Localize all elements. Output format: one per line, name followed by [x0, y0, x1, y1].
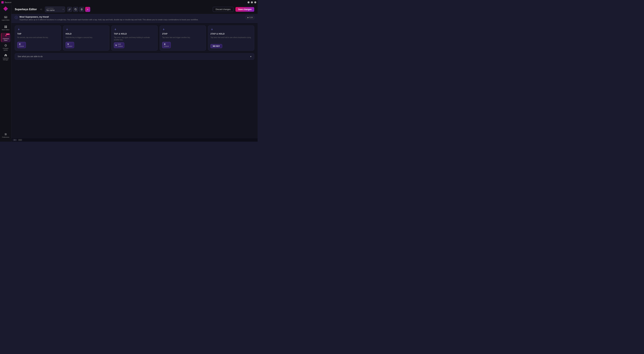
- sidebar-item-layout-editor[interactable]: Layout Editor: [1, 13, 10, 23]
- cards-area: TAP No secrets, tap once and activate th…: [12, 23, 258, 138]
- hold-card-title: HOLD: [66, 33, 107, 35]
- save-changes-button[interactable]: Save changes: [236, 7, 254, 12]
- bottom-indicator-right: [18, 139, 22, 141]
- edit-button[interactable]: [67, 7, 72, 12]
- chip-icon: [4, 44, 8, 47]
- bottom-bar: [12, 138, 258, 142]
- svg-rect-7: [6, 26, 7, 27]
- svg-rect-5: [5, 17, 6, 17]
- 2tap-card: 2TAP Tap twice fast and trigger another …: [160, 25, 206, 51]
- title-bar-controls: – □ ×: [248, 1, 256, 3]
- title-bar: Bazecor – □ ×: [0, 0, 258, 5]
- tap-hold-key-label: V: [116, 44, 117, 47]
- svg-rect-4: [6, 17, 6, 17]
- hold-key-modifier: Control: [68, 45, 72, 47]
- svg-rect-9: [6, 27, 7, 28]
- svg-rect-8: [4, 27, 6, 28]
- expand-section[interactable]: See what you are able to do ▾: [15, 53, 254, 60]
- tap-key-modifier: Control: [19, 45, 24, 47]
- sidebar-item-label-macro: Macro Editor: [2, 29, 10, 31]
- 2tap-key-label: X: [164, 43, 166, 45]
- info-banner-title: Wow! Superpowers, my friend!: [20, 16, 198, 18]
- superkey-select-value: No name: [46, 9, 55, 11]
- 2tap-hold-top-icon: [210, 28, 252, 31]
- sidebar-item-label-preferences: Preferences: [2, 136, 9, 138]
- title-bar-title: Bazecor: [5, 1, 12, 3]
- close-button[interactable]: ×: [254, 1, 256, 3]
- hold-key-chip[interactable]: V Control: [66, 42, 107, 48]
- svg-point-24: [5, 135, 6, 135]
- sidebar-item-superkeys-editor[interactable]: BETA Superkeys Editor: [1, 33, 10, 42]
- sidebar-item-label-layout: Layout Editor: [2, 19, 10, 21]
- superkey-select-placeholder: Superkeys: [46, 7, 55, 9]
- sidebar-bottom: Preferences: [1, 131, 10, 140]
- info-icon: i: [15, 16, 18, 19]
- tap-hold-modifier2: Control: [118, 45, 123, 47]
- grid-icon: [4, 25, 8, 28]
- svg-rect-25: [75, 9, 76, 10]
- sidebar-item-preferences[interactable]: Preferences: [1, 131, 10, 140]
- tap-hold-key-chip[interactable]: V Shift Control: [114, 42, 155, 48]
- chevron-down-icon: ▾: [63, 8, 64, 10]
- tap-card-desc: No secrets, tap once and activate the ke…: [17, 36, 58, 40]
- tap-key-chip[interactable]: C Control: [17, 42, 58, 48]
- svg-rect-0: [4, 16, 7, 18]
- svg-rect-2: [5, 17, 6, 17]
- maximize-button[interactable]: □: [251, 1, 253, 3]
- plus-icon: +: [87, 8, 88, 11]
- play-button-label: 5:34: [250, 16, 253, 18]
- tap-and-hold-card: TAP & HOLD Tap once, tap again and keep …: [111, 25, 158, 51]
- bottom-bar-graphic: [18, 139, 22, 141]
- sidebar-item-macro-editor[interactable]: Macro Editor: [1, 23, 10, 32]
- sidebar: Layout Editor Macro Editor BETA: [0, 5, 12, 142]
- svg-rect-3: [6, 17, 6, 17]
- app-body: Layout Editor Macro Editor BETA: [0, 5, 258, 142]
- tap-hold-modifier1: Shift: [118, 43, 123, 45]
- keyboard-icon: [4, 15, 8, 19]
- tap-top-icon: [17, 28, 58, 31]
- svg-rect-1: [5, 17, 5, 17]
- app-icon: [1, 1, 4, 3]
- beta-badge: BETA: [6, 33, 10, 35]
- minimize-button[interactable]: –: [248, 1, 250, 3]
- sidebar-item-firmware-update[interactable]: Firmware Update: [1, 42, 10, 52]
- chevron-down-expand-icon: ▾: [250, 55, 252, 58]
- header: Superkeys Editor #1 Superkeys No name ▾: [12, 5, 258, 14]
- superkey-select[interactable]: Superkeys No name ▾: [45, 6, 65, 12]
- main-content: Superkeys Editor #1 Superkeys No name ▾: [12, 5, 258, 142]
- info-banner-right: 5:34: [246, 16, 254, 19]
- discard-changes-button[interactable]: Discard changes: [213, 7, 234, 12]
- bottom-dot-left: [14, 139, 15, 140]
- sidebar-item-keyboard-manager[interactable]: Keyboard Manager: [1, 52, 10, 62]
- tap-card: TAP No secrets, tap once and activate th…: [15, 25, 61, 51]
- 2tap-hold-key-chip[interactable]: NO KEY: [210, 44, 252, 48]
- 2tap-card-title: 2TAP: [162, 33, 204, 35]
- 2tap-hold-card-title: 2TAP & HOLD: [210, 33, 252, 35]
- sidebar-item-label-superkeys: Superkeys Editor: [1, 38, 10, 41]
- tap-key-label: C: [19, 43, 21, 45]
- sidebar-logo: [3, 6, 8, 11]
- sidebar-item-label-keyboard: Keyboard Manager: [1, 57, 10, 60]
- delete-button[interactable]: [79, 7, 84, 12]
- copy-button[interactable]: [73, 7, 78, 12]
- 2tap-key-chip[interactable]: X Control: [162, 42, 204, 48]
- 2tap-key-modifier: Control: [164, 45, 169, 47]
- play-button[interactable]: 5:34: [246, 16, 254, 19]
- svg-point-23: [6, 134, 6, 134]
- header-actions: +: [67, 7, 90, 12]
- info-text-block: Wow! Superpowers, my friend! Superkeys a…: [20, 16, 198, 21]
- tap-card-title: TAP: [17, 33, 58, 35]
- svg-rect-10: [5, 45, 6, 46]
- home-icon: [4, 53, 8, 57]
- sidebar-item-label-firmware: Firmware Update: [1, 48, 10, 51]
- svg-point-22: [5, 133, 5, 134]
- title-bar-left: Bazecor: [1, 1, 12, 3]
- info-banner-description: Superkeys allow up to 5 different functi…: [20, 18, 198, 21]
- 2tap-card-desc: Tap twice fast and trigger another key.: [162, 36, 204, 40]
- svg-rect-6: [4, 26, 6, 27]
- add-button[interactable]: +: [85, 7, 90, 12]
- tap-hold-top-icon: [114, 28, 155, 31]
- hold-card: HOLD Hold the key to trigger a second ke…: [63, 25, 109, 51]
- hold-key-label: V: [68, 43, 69, 45]
- header-title: Superkeys Editor: [15, 8, 37, 11]
